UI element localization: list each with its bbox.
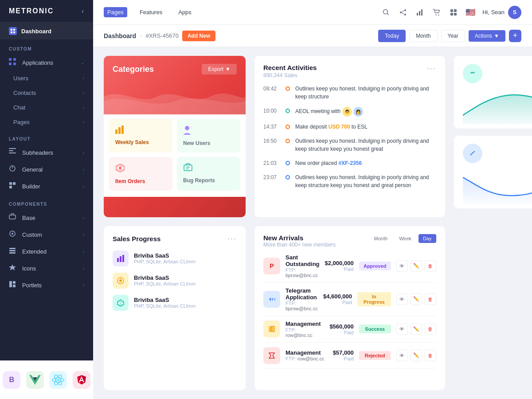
breadcrumb: Dashboard - #XRS-45670 Add New xyxy=(104,31,215,41)
activity-time: 08:42 xyxy=(263,86,280,92)
topnav-icons: 🇺🇸 Hi, Sean S xyxy=(381,6,521,19)
arrival-view-3[interactable]: 👁 xyxy=(396,350,408,361)
sidebar-item-custom-comp[interactable]: Custom › xyxy=(0,226,93,243)
progress-info-0: Briviba SaaS PHP, SQLite, Artisan CLImm xyxy=(134,252,237,264)
progress-sub-2: PHP, SQLite, Artisan CLImm xyxy=(134,303,237,309)
nav-link-apps[interactable]: Apps xyxy=(175,7,195,17)
export-button[interactable]: Export ▼ xyxy=(202,64,237,74)
sidebar-item-base[interactable]: Base › xyxy=(0,209,93,226)
category-bug-reports[interactable]: Bug Reports xyxy=(177,157,240,191)
arrival-info-2: Management FTP: row@bnc.cc xyxy=(286,321,324,338)
language-flag[interactable]: 🇺🇸 xyxy=(466,8,475,17)
framework-vue[interactable] xyxy=(23,364,47,395)
sidebar-item-chat[interactable]: Chat › xyxy=(0,100,93,115)
year-button[interactable]: Year xyxy=(441,30,465,42)
activities-header: Recent Activities 890,344 Sales ··· xyxy=(263,64,436,78)
tab-week[interactable]: Week xyxy=(395,234,416,243)
svg-rect-0 xyxy=(11,29,12,31)
arrival-edit-0[interactable]: ✏️ xyxy=(411,260,422,272)
activity-text: Outlines keep you honest. Indulging in p… xyxy=(295,173,436,189)
grid-icon[interactable] xyxy=(449,8,458,17)
add-new-button[interactable]: Add New xyxy=(182,31,215,41)
portlets-icon xyxy=(9,281,18,289)
arrival-ftp-3: FTP: row@bnc.cc xyxy=(286,356,328,361)
sales-progress-more[interactable]: ··· xyxy=(227,234,237,243)
framework-react[interactable] xyxy=(47,364,70,395)
nav-links: Pages Features Apps xyxy=(104,7,195,17)
activities-more-button[interactable]: ··· xyxy=(427,64,436,73)
svg-rect-3 xyxy=(13,31,15,33)
arrival-view-0[interactable]: 👁 xyxy=(396,260,408,272)
arrival-price-0: $2,000,000 xyxy=(325,260,354,266)
general-chevron: › xyxy=(83,167,84,172)
arrival-edit-3[interactable]: ✏️ xyxy=(411,350,422,361)
search-icon[interactable] xyxy=(381,8,391,17)
activity-item-1650: 16:50 Outlines keep you honest. Indulgin… xyxy=(263,137,436,153)
arrival-delete-0[interactable]: 🗑 xyxy=(425,260,436,272)
activity-time: 10:00 xyxy=(263,108,280,114)
user-menu[interactable]: Hi, Sean S xyxy=(482,6,521,19)
tab-month[interactable]: Month xyxy=(370,234,392,243)
tab-day[interactable]: Day xyxy=(419,234,436,243)
arrival-price-1: $4,600,000 xyxy=(323,293,352,300)
sidebar-item-dashboard[interactable]: Dashboard xyxy=(0,23,93,39)
svg-point-51 xyxy=(185,126,189,130)
arrival-edit-1[interactable]: ✏️ xyxy=(411,293,422,305)
cart-icon[interactable] xyxy=(432,8,442,17)
section-custom: CUSTOM xyxy=(0,39,93,54)
sidebar-item-general[interactable]: General › xyxy=(0,161,93,178)
arrival-delete-3[interactable]: 🗑 xyxy=(425,350,436,361)
framework-bootstrap[interactable]: B xyxy=(0,364,23,395)
sidebar-item-users[interactable]: Users › xyxy=(0,71,93,86)
svg-point-59 xyxy=(468,69,477,78)
svg-rect-39 xyxy=(417,13,418,16)
category-new-users[interactable]: New Users xyxy=(177,119,240,153)
category-weekly-sales[interactable]: Weekly Sales xyxy=(109,119,172,153)
nav-link-pages[interactable]: Pages xyxy=(104,7,127,17)
category-item-orders[interactable]: Item Orders xyxy=(109,157,172,191)
item-orders-icon xyxy=(115,163,166,176)
arrival-name-3: Management xyxy=(286,349,328,356)
content-area: Categories Export ▼ Weekly Sales xyxy=(93,47,532,399)
sidebar-item-pages[interactable]: Pages › xyxy=(0,115,93,129)
arrival-amount-3: $57,000 Paid xyxy=(333,349,354,361)
arrival-delete-2[interactable]: 🗑 xyxy=(425,323,436,335)
svg-point-35 xyxy=(400,12,402,13)
general-icon xyxy=(9,165,18,174)
today-button[interactable]: Today xyxy=(378,30,406,42)
add-widget-button[interactable]: + xyxy=(509,30,521,42)
month-button[interactable]: Month xyxy=(409,30,437,42)
weekly-sales-icon xyxy=(115,125,166,137)
arrival-delete-1[interactable]: 🗑 xyxy=(425,293,436,305)
sidebar-item-builder[interactable]: Builder › xyxy=(0,178,93,195)
arrival-view-1[interactable]: 👁 xyxy=(396,293,408,305)
arrival-edit-2[interactable]: ✏️ xyxy=(411,323,422,335)
sidebar-item-contacts[interactable]: Contacts › xyxy=(0,86,93,100)
nav-link-features[interactable]: Features xyxy=(136,7,166,17)
chart-icon[interactable] xyxy=(415,8,425,17)
arrival-view-2[interactable]: 👁 xyxy=(396,323,408,335)
svg-rect-23 xyxy=(9,281,12,287)
arrival-paid-2: Paid xyxy=(329,330,353,335)
sidebar-item-portlets[interactable]: Portlets › xyxy=(0,277,93,293)
arrivals-tab-group: Month Week Day xyxy=(370,234,436,243)
share-icon[interactable] xyxy=(398,8,408,17)
sidebar-item-extended[interactable]: Extended › xyxy=(0,243,93,260)
sidebar-item-icons[interactable]: Icons › xyxy=(0,260,93,277)
sidebar-item-subheaders[interactable]: Subheaders › xyxy=(0,144,93,161)
weekly-income-card: 750$ Weekly Income xyxy=(454,56,532,129)
svg-point-34 xyxy=(404,9,406,11)
activity-text: Outlines keep you honest. Indulging in p… xyxy=(295,137,436,153)
users-chevron: › xyxy=(83,76,84,81)
arrival-ftp-0: FTP: bprow@bnc.cc xyxy=(286,267,320,278)
actions-button[interactable]: Actions ▼ xyxy=(469,30,505,42)
svg-point-18 xyxy=(12,233,13,235)
sidebar-item-applications[interactable]: Applications ⌄ xyxy=(0,54,93,71)
activity-item-0842: 08:42 Outlines keep you honest. Indulgin… xyxy=(263,85,436,101)
activity-text: New order placed #XF-2356 xyxy=(295,159,436,167)
collapse-button[interactable]: ‹ xyxy=(82,8,84,15)
arrival-actions-1: 👁 ✏️ 🗑 xyxy=(396,293,436,305)
sidebar-logo: METRONIC ‹ xyxy=(0,0,93,23)
framework-angular[interactable] xyxy=(70,364,94,395)
arrival-row-2: Management FTP: row@bnc.cc $560,000 Paid… xyxy=(263,316,436,343)
